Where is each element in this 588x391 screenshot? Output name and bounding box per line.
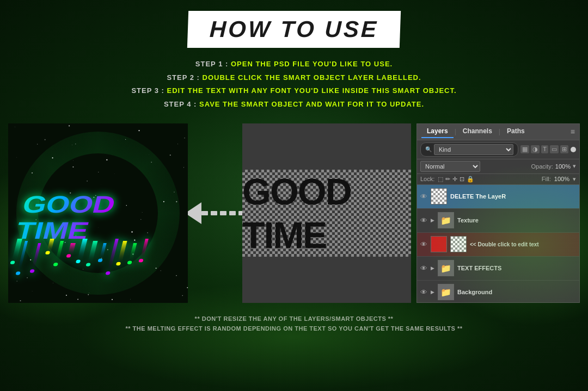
adjust-icon[interactable]: ◑ xyxy=(531,145,540,153)
smart-object-text: GOOD TIME xyxy=(242,170,411,257)
neon-text-canvas xyxy=(14,153,182,262)
kind-icon-row: ▦ ◑ T ▭ ⊞ xyxy=(520,145,568,153)
opacity-label: Opacity: xyxy=(531,163,553,170)
lock-pixel-icon[interactable]: ⬚ xyxy=(438,176,443,183)
kind-search[interactable]: 🔍 Kind xyxy=(420,142,518,157)
steps-container: STEP 1 : OPEN THE PSD FILE YOU'D LIKE TO… xyxy=(0,58,588,111)
layer-eye-2[interactable]: 👁 xyxy=(420,216,427,225)
layer-label-1: DELETE The LayeR xyxy=(450,193,576,200)
pixel-icon[interactable]: ▦ xyxy=(520,145,529,153)
lock-row: Lock: ⬚ ✏ ✛ ⊡ 🔒 Fill: 100% ▾ xyxy=(417,174,579,185)
fill-label: Fill: xyxy=(542,176,551,182)
checkerboard-text-wrapper: GOOD TIME xyxy=(242,170,411,257)
layers-panel: Layers | Channels | Paths ≡ 🔍 Kind ▦ ◑ T… xyxy=(416,123,580,303)
tab-paths[interactable]: Paths xyxy=(501,125,530,138)
layer-label-5: Background xyxy=(457,289,576,295)
main-content: GOOD TIME Layers | Channels | Paths ≡ 🔍 … xyxy=(0,123,588,303)
step-3: STEP 3 : EDIT THE TEXT WITH ANY FONT YOU… xyxy=(0,84,588,98)
layer-expand-4[interactable]: ▶ xyxy=(431,265,434,271)
lock-artboard-icon[interactable]: ⊡ xyxy=(460,176,464,183)
layer-label-3: << Double click to edit text xyxy=(470,241,576,247)
layer-item-texteffects[interactable]: 👁 ▶ 📁 TEXT EFFECTS xyxy=(417,257,579,281)
fill-value: 100% xyxy=(554,176,569,182)
opacity-value: 100% xyxy=(555,163,571,170)
lock-label: Lock: xyxy=(420,176,434,182)
panel-tabs: Layers | Channels | Paths ≡ xyxy=(417,124,579,140)
layer-expand-2[interactable]: ▶ xyxy=(431,218,434,223)
layer-item-delete[interactable]: 👁 DELETE The LayeR xyxy=(417,185,579,209)
arrow-dot-3 xyxy=(220,211,226,215)
step-2: STEP 2 : DOUBLE CLICK THE SMART OBJECT L… xyxy=(0,71,588,85)
layer-eye-5[interactable]: 👁 xyxy=(420,288,427,296)
lock-icons: ⬚ ✏ ✛ ⊡ 🔒 xyxy=(438,176,474,183)
layer-item-texture[interactable]: 👁 ▶ 📁 Texture xyxy=(417,209,579,233)
layer-eye-1[interactable]: 👁 xyxy=(420,193,427,201)
search-icon: 🔍 xyxy=(425,146,432,152)
smart-icon[interactable]: ⊞ xyxy=(560,145,568,153)
header: HOW TO USE xyxy=(0,0,588,48)
fill-arrow[interactable]: ▾ xyxy=(573,176,576,183)
layer-thumb-3 xyxy=(431,236,447,252)
blend-mode-select[interactable]: Normal xyxy=(420,161,480,172)
title-box: HOW TO USE xyxy=(187,11,401,48)
layers-list: 👁 DELETE The LayeR 👁 ▶ 📁 Texture 👁 << Do… xyxy=(417,185,579,302)
blend-row: Normal Opacity: 100% ▾ xyxy=(417,159,579,174)
layer-item-background[interactable]: 👁 ▶ 📁 Background xyxy=(417,281,579,302)
layer-label-4: TEXT EFFECTS xyxy=(457,265,576,271)
lock-move-icon[interactable]: ✛ xyxy=(452,176,457,183)
layer-expand-5[interactable]: ▶ xyxy=(431,289,434,295)
smart-object-preview: GOOD TIME xyxy=(242,123,411,303)
layer-thumb-3b xyxy=(450,236,467,252)
layer-thumb-5: 📁 xyxy=(438,284,454,300)
opacity-arrow[interactable]: ▾ xyxy=(573,163,576,170)
kind-row: 🔍 Kind ▦ ◑ T ▭ ⊞ xyxy=(417,140,579,159)
arrow-dot-4 xyxy=(229,211,236,215)
step-1: STEP 1 : OPEN THE PSD FILE YOU'D LIKE TO… xyxy=(0,58,588,71)
kind-select[interactable]: Kind xyxy=(434,144,513,155)
layer-thumb-2: 📁 xyxy=(438,212,454,228)
arrow-body xyxy=(201,211,245,215)
layer-thumb-1 xyxy=(431,188,447,204)
preview-image xyxy=(8,123,188,303)
arrow-left xyxy=(185,202,245,224)
type-icon[interactable]: T xyxy=(541,145,548,153)
lock-paint-icon[interactable]: ✏ xyxy=(445,176,450,183)
footer-notes: ** DON'T RESIZE THE ANY OF THE LAYERS/SM… xyxy=(0,314,588,334)
panel-menu-icon[interactable]: ≡ xyxy=(571,127,575,136)
layer-label-2: Texture xyxy=(457,217,576,224)
footer-note-1: ** DON'T RESIZE THE ANY OF THE LAYERS/SM… xyxy=(33,314,555,324)
tab-layers[interactable]: Layers xyxy=(421,125,454,138)
arrow-dot-1 xyxy=(201,211,208,215)
preview-canvas xyxy=(8,123,188,303)
arrow-dot-2 xyxy=(211,211,217,215)
shape-icon[interactable]: ▭ xyxy=(550,145,559,153)
lock-all-icon[interactable]: 🔒 xyxy=(467,176,474,183)
page-title: HOW TO USE xyxy=(209,16,379,42)
layer-eye-4[interactable]: 👁 xyxy=(420,264,427,272)
arrow-container xyxy=(188,123,242,303)
layer-item-edittext[interactable]: 👁 << Double click to edit text xyxy=(417,233,579,257)
opacity-row: Opacity: 100% ▾ xyxy=(531,163,577,170)
step-4: STEP 4 : SAVE THE SMART OBJECT AND WAIT … xyxy=(0,98,588,111)
layer-eye-3[interactable]: 👁 xyxy=(420,240,427,249)
tab-channels[interactable]: Channels xyxy=(457,125,498,138)
footer-note-2: ** THE MELTING EFFECT IS RANDOM DEPENDIN… xyxy=(33,324,555,334)
visibility-dot[interactable] xyxy=(571,147,576,152)
layer-thumb-4: 📁 xyxy=(438,260,454,276)
neon-text-container xyxy=(8,123,188,303)
